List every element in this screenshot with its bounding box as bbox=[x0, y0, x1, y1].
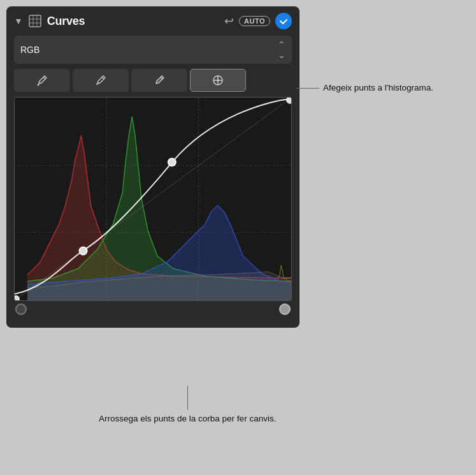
eyedropper-mid-button[interactable] bbox=[73, 69, 129, 92]
header-left: ▼ Curves bbox=[14, 14, 85, 28]
callout-right-text: Afegeix punts a l'histograma. bbox=[323, 82, 433, 94]
svg-point-17 bbox=[287, 98, 291, 103]
callout-bottom: Arrossega els punts de la corba per fer … bbox=[99, 386, 276, 425]
eyedropper-light-button[interactable] bbox=[131, 69, 187, 92]
right-handle[interactable] bbox=[279, 303, 291, 315]
handles-row bbox=[14, 301, 292, 318]
auto-button[interactable]: AUTO bbox=[239, 16, 270, 26]
header-row: ▼ Curves ↩ AUTO bbox=[14, 13, 292, 29]
callout-right: Afegeix punts a l'histograma. bbox=[296, 82, 433, 94]
svg-point-16 bbox=[168, 158, 176, 166]
curves-chart[interactable] bbox=[14, 97, 292, 301]
svg-point-5 bbox=[38, 84, 40, 86]
svg-rect-0 bbox=[29, 15, 41, 27]
svg-point-15 bbox=[80, 247, 87, 255]
header-right: ↩ AUTO bbox=[224, 13, 292, 29]
eyedropper-dark-button[interactable] bbox=[14, 69, 70, 92]
panel-title: Curves bbox=[47, 15, 85, 28]
add-point-button[interactable] bbox=[190, 69, 246, 92]
callout-bottom-text: Arrossega els punts de la corba per fer … bbox=[99, 413, 276, 425]
curves-panel: ▼ Curves ↩ AUTO bbox=[6, 6, 299, 328]
confirm-button[interactable] bbox=[275, 13, 292, 29]
channel-chevron-icon: ⌃⌄ bbox=[278, 40, 285, 60]
channel-selector[interactable]: RGB ⌃⌄ bbox=[14, 36, 292, 64]
curves-icon bbox=[28, 14, 42, 28]
channel-label: RGB bbox=[20, 45, 40, 55]
svg-point-9 bbox=[217, 80, 219, 82]
toolbar bbox=[14, 69, 292, 92]
left-handle[interactable] bbox=[15, 303, 27, 315]
undo-button[interactable]: ↩ bbox=[224, 14, 234, 28]
svg-point-18 bbox=[15, 296, 19, 300]
collapse-icon[interactable]: ▼ bbox=[14, 16, 23, 26]
